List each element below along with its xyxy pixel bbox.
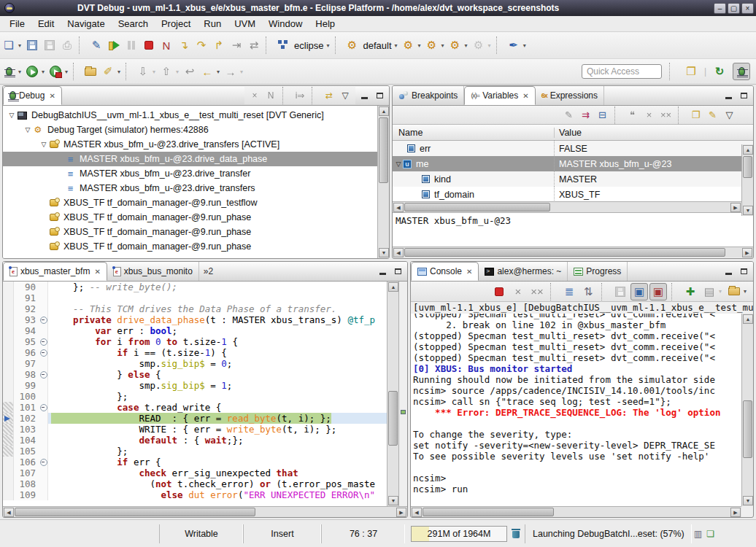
code-line[interactable]: 103 WRITE : { err = write_byte(t, i); }; (3, 424, 387, 435)
scroll-lock-icon[interactable]: ⇅ (579, 283, 597, 300)
editor-vertical-scrollbar[interactable]: ▲ ▼ (387, 282, 398, 506)
skip-all-breakpoints-icon[interactable]: ✎ (88, 36, 105, 54)
overview-marker[interactable] (401, 410, 406, 414)
clear-console-icon[interactable]: ≣ (560, 283, 578, 300)
step-into-icon[interactable]: ↴ (175, 36, 193, 54)
tree-item[interactable]: ≡MASTER xbus_bfm_u-@23.drive_data_phase (3, 152, 377, 166)
fold-collapse-icon[interactable] (39, 369, 48, 380)
close-button[interactable]: × (741, 3, 754, 14)
annotation-ruler-cell[interactable] (3, 435, 14, 446)
marker-pen-dropdown[interactable]: ▾ (117, 69, 120, 75)
code-line[interactable]: 101 case t.read_write { (3, 402, 387, 413)
tab-close-icon[interactable]: ✕ (466, 268, 472, 276)
code-line[interactable]: 97 smp.sig_bip$ = 0; (3, 358, 387, 369)
show-on-stderr-change-icon[interactable]: ▣ (649, 283, 667, 300)
fold-collapse-icon[interactable] (39, 336, 48, 347)
launch-config-4-icon[interactable]: ⚙ (447, 36, 464, 54)
eclipse-target-icon[interactable] (274, 36, 292, 54)
launch-config-3-dropdown[interactable]: ▾ (441, 42, 444, 49)
maximize-view-button[interactable] (737, 90, 750, 101)
scroll-down-icon[interactable]: ▼ (388, 496, 398, 505)
step-over-icon[interactable]: ↷ (193, 36, 210, 54)
new-wizard-icon[interactable]: ❏ (0, 36, 18, 54)
code-line[interactable]: 100 }; (3, 391, 387, 402)
tab-debug[interactable]: Debug ✕ (3, 86, 62, 105)
view-menu-icon[interactable]: ▽ (722, 107, 737, 123)
launch-config-default-label[interactable]: default (363, 40, 392, 51)
expander-icon[interactable]: ▽ (23, 126, 32, 133)
maximize-view-button[interactable] (391, 265, 404, 277)
detail-horizontal-scrollbar[interactable]: ◀ ▶ (393, 247, 753, 257)
run-icon[interactable] (23, 63, 41, 80)
minimize-view-button[interactable] (376, 265, 389, 277)
launch-config-2-dropdown[interactable]: ▾ (418, 42, 421, 49)
variable-row[interactable]: ▽umeMASTER xbus_bfm_u-@23 (393, 156, 753, 171)
tab-variables[interactable]: (x)=Variables✕ (464, 86, 535, 105)
menu-project[interactable]: Project (155, 17, 197, 31)
save-icon[interactable] (23, 36, 41, 54)
annotation-ruler-cell[interactable] (3, 457, 14, 468)
tab-close-icon[interactable]: ✕ (94, 268, 100, 276)
scroll-down-icon[interactable]: ▼ (379, 248, 389, 257)
open-console-dropdown[interactable]: ▾ (744, 288, 747, 295)
tree-item[interactable]: XBUS_TF tf_domain_manager-@9.run_phase (3, 239, 377, 254)
menu-file[interactable]: File (3, 17, 31, 31)
fold-collapse-icon[interactable] (39, 402, 48, 413)
fold-collapse-icon[interactable] (39, 457, 48, 468)
annotation-ruler-cell[interactable] (3, 391, 14, 402)
code-line[interactable]: 90 }; -- write_byte(); (3, 282, 387, 292)
resume-icon[interactable] (105, 36, 123, 54)
column-name[interactable]: Name (393, 128, 555, 138)
tree-item[interactable]: ▽MASTER xbus_bfm_u-@23.drive_transfers [… (3, 137, 377, 152)
tab-console[interactable]: Console✕ (411, 262, 479, 281)
scroll-right-icon[interactable]: ▶ (742, 248, 752, 257)
menu-help[interactable]: Help (309, 17, 342, 31)
minimize-button[interactable]: – (714, 3, 726, 14)
launch-config-4-dropdown[interactable]: ▾ (465, 42, 468, 49)
run-coverage-dropdown[interactable]: ▾ (65, 69, 68, 75)
scroll-right-icon[interactable]: ▶ (730, 508, 741, 517)
maximize-button[interactable]: ▢ (728, 3, 740, 14)
show-on-stdout-change-icon[interactable]: ▣ (630, 283, 648, 300)
scroll-up-icon[interactable]: ▲ (743, 145, 753, 155)
code-line[interactable]: 104 default : { wait;}; (3, 435, 387, 446)
code-line[interactable]: 92 -- This TCM drives the Data Phase of … (3, 303, 387, 314)
scroll-left-icon[interactable]: ◀ (393, 203, 404, 212)
code-line[interactable]: 98 } else { (3, 369, 387, 380)
back-icon[interactable]: ← (198, 63, 216, 80)
menu-edit[interactable]: Edit (31, 17, 61, 31)
back-dropdown[interactable]: ▾ (217, 69, 220, 75)
terminate-icon[interactable] (140, 36, 158, 54)
debug-dropdown[interactable]: ▾ (18, 69, 21, 75)
scroll-left-icon[interactable]: ◀ (393, 248, 404, 257)
scroll-up-icon[interactable]: ▲ (379, 106, 389, 116)
tree-item[interactable]: ≡MASTER xbus_bfm_u-@23.drive_transfer (3, 166, 377, 181)
code-line[interactable]: 106 if err { (3, 457, 387, 468)
tab-overflow-chevron[interactable]: »2 (199, 266, 217, 276)
quick-access-input[interactable] (582, 64, 662, 79)
tab-expressions[interactable]: 6xExpressions (536, 86, 604, 105)
launch-config-default-icon[interactable]: ⚙ (344, 36, 361, 54)
scroll-right-icon[interactable]: ▶ (730, 203, 741, 212)
step-return-icon[interactable]: ↱ (210, 36, 228, 54)
tab-progress[interactable]: Progress (568, 262, 628, 281)
menu-run[interactable]: Run (197, 17, 228, 31)
scroll-down-icon[interactable]: ▼ (743, 496, 753, 505)
terminate-console-icon[interactable] (490, 283, 508, 300)
tab-debug-close-icon[interactable]: ✕ (49, 92, 55, 100)
open-perspective-icon[interactable]: ❐ (682, 63, 700, 80)
maximize-view-button[interactable] (737, 265, 750, 277)
code-line[interactable]: 107 check err_sig_unexpected that (3, 468, 387, 478)
annotation-ruler-cell[interactable] (3, 468, 14, 478)
variables-vertical-scrollbar[interactable]: ▲ ▼ (741, 144, 753, 216)
tree-item[interactable]: ≡MASTER xbus_bfm_u-@23.drive_transfers (3, 181, 377, 195)
debug-icon[interactable] (0, 63, 18, 80)
variables-detail-pane[interactable]: MASTER xbus_bfm_u-@23 (393, 212, 753, 247)
annotation-ruler-cell[interactable] (3, 413, 14, 424)
code-line[interactable]: 96 if i == (t.size-1) { (3, 347, 387, 358)
scroll-down-icon[interactable]: ▼ (743, 206, 753, 215)
tab-breakpoints[interactable]: Breakpoints (393, 86, 464, 105)
tree-item[interactable]: ▽⚙Debug Target (simulator) hermes:42886 (3, 123, 377, 137)
debug-vertical-scrollbar[interactable]: ▲ ▼ (377, 106, 389, 258)
annotation-ruler-cell[interactable] (3, 292, 14, 303)
